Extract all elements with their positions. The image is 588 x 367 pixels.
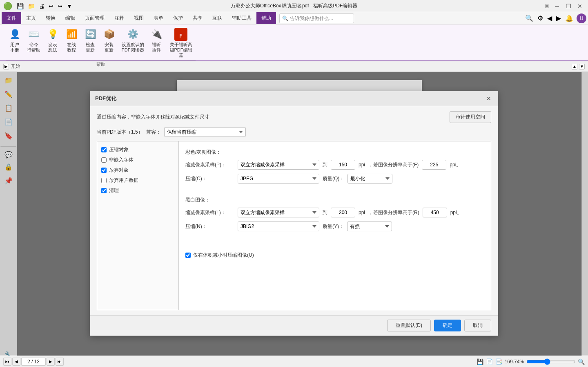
compress-only-row[interactable]: 仅在体积减小时压缩图像(U) xyxy=(185,252,484,259)
spacer-2 xyxy=(185,235,484,242)
menu-help[interactable]: 帮助 xyxy=(256,12,276,24)
user-avatar[interactable]: U xyxy=(577,13,586,23)
bw-downsample-row: 缩减像素采样(L)： 双立方缩减像素采样 到 ppi ，若图像分辨率高于(R) … xyxy=(185,208,484,217)
bw-downsample-method[interactable]: 双立方缩减像素采样 xyxy=(238,208,319,217)
ribbon-btn-feedback[interactable]: 💡 发表想法 xyxy=(44,26,62,54)
compress-only-checkbox[interactable] xyxy=(185,253,191,258)
color-if-value[interactable] xyxy=(422,160,446,170)
menu-view[interactable]: 视图 xyxy=(129,12,149,24)
qa-folder[interactable]: 📁 xyxy=(27,2,36,10)
dialog-title: PDF优化 xyxy=(95,95,116,102)
last-page-button[interactable]: ⏭ xyxy=(56,358,64,366)
ribbon-btn-install-update[interactable]: 📦 安装更新 xyxy=(100,26,118,54)
ribbon-btn-check-update[interactable]: 🔄 检查更新 xyxy=(81,26,99,54)
compress-only-label: 仅在体积减小时压缩图像(U) xyxy=(193,252,254,259)
menu-comment[interactable]: 注释 xyxy=(109,12,129,24)
menu-home[interactable]: 主页 xyxy=(21,12,41,24)
spacer-1 xyxy=(185,188,484,194)
ok-button[interactable]: 确定 xyxy=(434,320,461,331)
minimize-button[interactable]: ─ xyxy=(552,2,562,10)
menu-protect[interactable]: 保护 xyxy=(168,12,188,24)
audit-space-button[interactable]: 审计使用空间 xyxy=(450,111,491,123)
color-ppi-label: ppi xyxy=(359,162,365,168)
ribbon: 👤 用户手册 ⌨️ 命令行帮助 💡 发表想法 📶 在线教程 🔄 检查更新 📦 xyxy=(0,25,588,61)
settings-icon[interactable]: ⚙ xyxy=(537,13,544,23)
bw-downsample-value[interactable] xyxy=(331,208,355,217)
zoom-in-icon[interactable]: 🔍 xyxy=(578,358,585,365)
compat-version-label: 当前PDF版本（1.5） xyxy=(97,129,143,136)
search-btn[interactable]: 🔍 xyxy=(524,13,534,23)
notification-icon[interactable]: 🔔 xyxy=(564,13,574,23)
close-button[interactable]: ✕ xyxy=(575,2,585,10)
page-input[interactable] xyxy=(21,358,46,366)
scroll-down[interactable]: ▼ xyxy=(579,64,585,69)
sidebar-toggle[interactable]: ▶ xyxy=(3,64,9,69)
menu-edit[interactable]: 编辑 xyxy=(60,12,80,24)
menu-share[interactable]: 共享 xyxy=(188,12,207,24)
command-search[interactable]: 🔍 xyxy=(279,13,354,23)
color-if-label: ，若图像分辨率高于(F) xyxy=(368,161,419,168)
menu-form[interactable]: 表单 xyxy=(149,12,168,24)
color-downsample-label: 缩减像素采样(P)： xyxy=(185,161,234,168)
qa-save[interactable]: 💾 xyxy=(16,2,25,10)
ribbon-btn-set-default[interactable]: ⚙️ 设置默认的PDF阅读器 xyxy=(119,26,147,54)
command-search-input[interactable] xyxy=(290,16,351,21)
color-quality-select[interactable]: 最小化 xyxy=(347,174,392,184)
zoom-level-label: 169.74% xyxy=(505,359,524,365)
ribbon-btn-user-manual[interactable]: 👤 用户手册 xyxy=(6,26,24,54)
menu-tools[interactable]: 辅助工具 xyxy=(227,12,256,24)
notification-area: 🔍 ⚙ ◀ ▶ 🔔 U xyxy=(524,12,586,24)
bw-downsample-label: 缩减像素采样(L)： xyxy=(185,209,234,216)
color-compress-method[interactable]: JPEG xyxy=(238,174,319,184)
menu-connect[interactable]: 互联 xyxy=(207,12,227,24)
qa-print[interactable]: 🖨 xyxy=(38,2,46,10)
bw-to-label: 到 xyxy=(323,209,327,216)
color-section-title: 彩色/灰度图像： xyxy=(185,149,484,156)
qa-redo[interactable]: ↪ xyxy=(56,2,64,10)
bw-compress-method[interactable]: JBIG2 xyxy=(238,222,319,231)
checkbox-unembed-fonts[interactable]: 非嵌入字体 xyxy=(100,155,175,165)
scroll-up[interactable]: ▲ xyxy=(572,64,577,69)
about-icon: F xyxy=(174,28,187,41)
cancel-button[interactable]: 取消 xyxy=(464,320,491,331)
ribbon-btn-plugin[interactable]: 🔌 福昕插件 xyxy=(147,26,165,54)
qa-undo[interactable]: ↩ xyxy=(47,2,55,10)
maximize-button[interactable]: ❐ xyxy=(564,2,573,10)
checkbox-discard-objects[interactable]: 放弃对象 xyxy=(100,165,175,175)
prev-page-button[interactable]: ◀ xyxy=(12,358,20,366)
checkbox-discard-userdata[interactable]: 放弃用户数据 xyxy=(100,175,175,186)
menu-file[interactable]: 文件 xyxy=(2,12,21,24)
checkbox-compress-objects[interactable]: 压缩对象 xyxy=(100,145,175,155)
ribbon-btn-online-tutorial[interactable]: 📶 在线教程 xyxy=(62,26,80,54)
menu-page-manage[interactable]: 页面管理 xyxy=(80,12,109,24)
back-icon[interactable]: ◀ xyxy=(546,13,553,23)
bw-if-value[interactable] xyxy=(423,208,447,217)
compat-select[interactable]: 保留当前压缩 xyxy=(164,127,246,137)
dialog-overlay: PDF优化 ✕ 通过压缩内容，非嵌入字体并移除对象缩减文件尺寸 审计使用空间 当… xyxy=(0,72,588,355)
forward-icon[interactable]: ▶ xyxy=(555,13,562,23)
bw-ppi-label: ppi xyxy=(359,210,365,215)
compat-row: 当前PDF版本（1.5） 兼容： 保留当前压缩 xyxy=(97,127,491,137)
first-page-button[interactable]: ⏮ xyxy=(3,358,11,366)
reset-default-button[interactable]: 重置默认(D) xyxy=(387,320,431,331)
page-navigation: ⏮ ◀ ▶ ⏭ xyxy=(3,358,64,366)
bw-if-unit: ppi。 xyxy=(450,209,462,216)
next-page-button[interactable]: ▶ xyxy=(47,358,55,366)
checkbox-clean[interactable]: 清理 xyxy=(100,186,175,196)
ribbon-btn-about[interactable]: F 关于福昕高级PDF编辑器 xyxy=(166,26,196,60)
save-status-icon[interactable]: 💾 xyxy=(477,358,483,365)
two-page-icon[interactable]: 📑 xyxy=(495,358,502,365)
menu-convert[interactable]: 转换 xyxy=(41,12,60,24)
pdf-optimize-dialog: PDF优化 ✕ 通过压缩内容，非嵌入字体并移除对象缩减文件尺寸 审计使用空间 当… xyxy=(90,91,498,336)
bw-if-label: ，若图像分辨率高于(R) xyxy=(368,209,419,216)
color-downsample-value[interactable] xyxy=(331,160,355,170)
bw-quality-select[interactable]: 有损 xyxy=(347,222,392,231)
qa-customize[interactable]: ▼ xyxy=(65,2,74,10)
ribbon-btn-cmd-help[interactable]: ⌨️ 命令行帮助 xyxy=(24,26,43,54)
dialog-close-button[interactable]: ✕ xyxy=(485,94,493,103)
zoom-slider[interactable] xyxy=(526,358,575,365)
page-thumbnail-icon[interactable]: 📄 xyxy=(486,358,493,365)
color-downsample-method[interactable]: 双立方缩减像素采样 xyxy=(238,160,319,170)
spacer-3 xyxy=(185,242,484,248)
install-update-icon: 📦 xyxy=(102,28,116,41)
